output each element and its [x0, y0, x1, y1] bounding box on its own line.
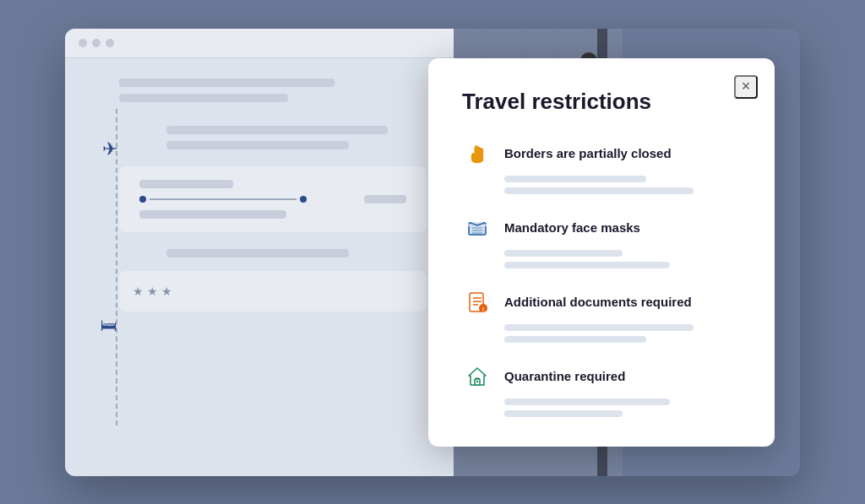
- quarantine-icon: [462, 361, 492, 392]
- masks-label: Mandatory face masks: [504, 220, 640, 235]
- restriction-header-documents: ! Additional documents required: [462, 287, 741, 317]
- dest-dot: [300, 196, 307, 203]
- svg-rect-21: [477, 146, 480, 156]
- quarantine-label: Quarantine required: [504, 369, 625, 383]
- star-rating-card: ★ ★ ★: [119, 271, 427, 312]
- origin-dot: [139, 196, 146, 203]
- restriction-item-masks: Mandatory face masks: [462, 213, 741, 268]
- flight-card: [119, 166, 427, 232]
- detail-line: [504, 336, 646, 343]
- detail-line: [504, 410, 623, 417]
- skeleton-line: [119, 79, 335, 87]
- borders-icon: [462, 138, 492, 169]
- svg-rect-20: [475, 147, 477, 156]
- dot-connector: [139, 195, 406, 203]
- browser-dot-green: [106, 39, 114, 47]
- detail-line: [504, 324, 694, 331]
- restriction-item-documents: ! Additional documents required: [462, 287, 741, 343]
- restriction-header-quarantine: Quarantine required: [462, 361, 741, 392]
- svg-rect-22: [481, 148, 483, 156]
- browser-toolbar: [65, 29, 454, 58]
- skeleton-line: [139, 210, 286, 219]
- connector-line: [150, 198, 296, 200]
- browser-dot-yellow: [92, 39, 101, 47]
- documents-detail-lines: [462, 324, 741, 343]
- modal-title: Travel restrictions: [462, 89, 741, 115]
- skeleton-line: [364, 195, 406, 203]
- stars-row: ★ ★ ★: [133, 285, 172, 298]
- restriction-header-masks: Mandatory face masks: [462, 213, 741, 243]
- detail-line: [504, 398, 670, 405]
- skeleton-line: [166, 126, 388, 134]
- browser-panel: ✈ 🛏: [65, 29, 454, 476]
- quarantine-detail-lines: [462, 398, 741, 417]
- masks-icon: [462, 213, 492, 243]
- restriction-header-borders: Borders are partially closed: [462, 138, 741, 169]
- close-button[interactable]: ×: [734, 75, 758, 99]
- plane-icon: ✈: [102, 138, 117, 160]
- scene: ✈ 🛏: [65, 29, 800, 476]
- skeleton-line: [166, 249, 349, 257]
- travel-restrictions-modal: × Travel restrictions: [428, 58, 775, 447]
- documents-label: Additional documents required: [504, 295, 692, 309]
- skeleton-line: [119, 94, 288, 102]
- star-2: ★: [147, 285, 158, 298]
- hotel-icon: 🛏: [101, 316, 117, 335]
- restriction-item-borders: Borders are partially closed: [462, 138, 741, 194]
- masks-detail-lines: [462, 250, 741, 268]
- star-3: ★: [161, 285, 172, 298]
- star-1: ★: [133, 285, 144, 298]
- borders-detail-lines: [462, 176, 741, 194]
- skeleton-line: [139, 180, 233, 188]
- documents-icon: !: [462, 287, 492, 317]
- browser-content: ✈ 🛏: [65, 58, 454, 476]
- restriction-item-quarantine: Quarantine required: [462, 361, 741, 417]
- browser-dot-red: [79, 39, 87, 47]
- detail-line: [504, 250, 623, 257]
- detail-line: [504, 262, 670, 268]
- detail-line: [504, 176, 646, 182]
- detail-line: [504, 187, 694, 194]
- skeleton-line: [166, 141, 349, 149]
- svg-text:!: !: [482, 306, 484, 312]
- borders-label: Borders are partially closed: [504, 146, 672, 160]
- restriction-list: Borders are partially closed: [462, 138, 741, 417]
- svg-point-35: [476, 380, 478, 382]
